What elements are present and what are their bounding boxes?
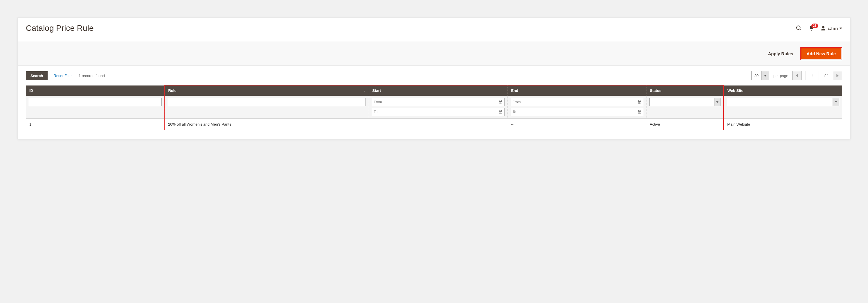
svg-point-0 — [796, 26, 800, 30]
chevron-left-icon — [796, 74, 798, 77]
cell-end: -- — [507, 119, 646, 130]
grid-table: ID Rule↓ Start End Status Web Site — [18, 85, 850, 139]
cell-id: 1 — [26, 119, 164, 130]
notifications-icon[interactable]: 26 — [808, 25, 814, 31]
add-new-rule-button[interactable]: Add New Rule — [801, 48, 841, 59]
calendar-icon[interactable] — [637, 100, 642, 105]
chevron-down-icon — [840, 27, 842, 30]
cell-website: Main Website — [724, 119, 842, 130]
user-name-label: admin — [828, 26, 838, 30]
page-size-select[interactable]: 20 — [751, 71, 769, 80]
reset-filter-link[interactable]: Reset Filter — [54, 74, 72, 78]
prev-page-button[interactable] — [792, 71, 802, 80]
add-new-rule-highlight: Add New Rule — [800, 47, 842, 60]
chevron-down-icon — [762, 71, 769, 80]
apply-rules-button[interactable]: Apply Rules — [768, 51, 793, 56]
per-page-label: per page — [773, 74, 788, 78]
cell-status: Active — [646, 119, 724, 130]
sort-desc-icon: ↓ — [364, 88, 365, 92]
filter-status-select[interactable] — [649, 98, 721, 106]
cell-rule: 20% off all Women's and Men's Pants — [164, 119, 369, 130]
cell-start — [369, 119, 507, 130]
table-row[interactable]: 1 20% off all Women's and Men's Pants --… — [26, 119, 842, 130]
grid-controls: Search Reset Filter 1 records found 20 p… — [18, 66, 850, 85]
svg-line-1 — [800, 29, 801, 30]
search-button[interactable]: Search — [26, 71, 48, 80]
chevron-down-icon — [833, 98, 839, 106]
column-header-rule[interactable]: Rule↓ — [164, 85, 369, 96]
chevron-right-icon — [836, 74, 839, 77]
of-pages-label: of 1 — [823, 74, 829, 78]
records-found-label: 1 records found — [79, 74, 105, 78]
column-header-status[interactable]: Status — [646, 85, 724, 96]
calendar-icon[interactable] — [498, 100, 503, 105]
actions-bar: Apply Rules Add New Rule — [18, 42, 850, 66]
calendar-icon[interactable] — [637, 109, 642, 115]
user-menu[interactable]: admin — [821, 26, 842, 31]
filter-website-select[interactable] — [727, 98, 839, 106]
page-size-value: 20 — [752, 71, 762, 80]
next-page-button[interactable] — [833, 71, 842, 80]
filter-end-from-input[interactable] — [510, 98, 643, 106]
page-title: Catalog Price Rule — [26, 24, 93, 33]
calendar-icon[interactable] — [498, 109, 503, 115]
page-header: Catalog Price Rule 26 admin — [18, 18, 850, 42]
filter-id-input[interactable] — [29, 98, 162, 106]
notification-badge: 26 — [811, 24, 818, 28]
column-header-id[interactable]: ID — [26, 85, 164, 96]
column-header-start[interactable]: Start — [369, 85, 507, 96]
column-header-end[interactable]: End — [507, 85, 646, 96]
filter-start-from-input[interactable] — [372, 98, 504, 106]
filter-end-to-input[interactable] — [510, 108, 643, 116]
column-header-website[interactable]: Web Site — [724, 85, 842, 96]
current-page-input[interactable] — [806, 71, 818, 80]
chevron-down-icon — [714, 98, 720, 106]
user-icon — [821, 26, 826, 31]
search-icon[interactable] — [796, 25, 802, 31]
filter-rule-input[interactable] — [168, 98, 366, 106]
filter-start-to-input[interactable] — [372, 108, 504, 116]
